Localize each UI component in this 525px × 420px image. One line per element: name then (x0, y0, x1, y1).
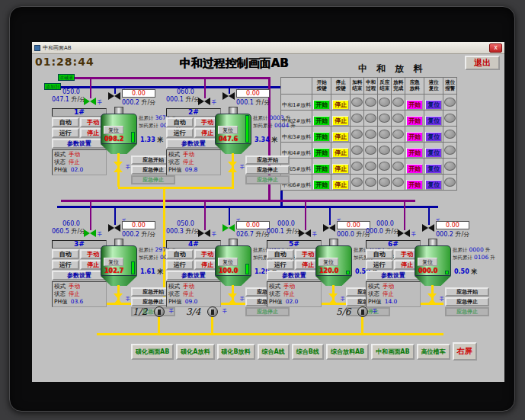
run-button[interactable]: 运行 (166, 128, 194, 138)
emergency-discharge-button[interactable]: 开始 (406, 164, 423, 174)
ph-value: 02.0 (286, 298, 299, 306)
nav-button[interactable]: 中和画面AB (371, 344, 414, 360)
level-text: 1.33 米 (140, 136, 164, 144)
params-button[interactable]: 参数设置 (267, 271, 322, 281)
run-button[interactable]: 运行 (52, 260, 79, 270)
dose-valve-right[interactable] (222, 92, 235, 100)
feed-end-lamp (351, 162, 363, 171)
feed-end-lamp (351, 178, 363, 187)
level-unit: 米 (272, 136, 278, 143)
stop-button[interactable]: 停止 (332, 132, 349, 142)
stop-button[interactable]: 停止 (332, 116, 349, 126)
params-button[interactable]: 参数设置 (52, 139, 107, 149)
tank-reset-button[interactable]: 复位 (418, 258, 437, 266)
nav-button[interactable]: 综合B线 (292, 344, 324, 360)
run-button[interactable]: 运行 (52, 128, 79, 138)
tank-vessel: 复位 102.7 (101, 245, 137, 276)
level-reset-button[interactable]: 复位 (425, 180, 442, 190)
feed-valve-left[interactable] (84, 98, 96, 105)
status-box: 模式手动 状态停止 PH值09.8 (166, 149, 221, 175)
discharge-valve[interactable] (114, 162, 123, 172)
auto-button[interactable]: 自动 (166, 249, 194, 259)
dose-valve-right[interactable] (108, 224, 120, 232)
start-button[interactable]: 开始 (313, 164, 330, 174)
feed-valve-left[interactable] (84, 229, 96, 237)
feed-valve-left[interactable] (398, 229, 410, 237)
pump-icon[interactable] (207, 306, 218, 317)
tank-value: 120.0 (319, 268, 338, 274)
tank-reset-button[interactable]: 复位 (104, 258, 123, 266)
emergency-stop-button[interactable]: 应急停止 (245, 165, 290, 175)
nav-button[interactable]: 磺化B放料 (217, 344, 255, 360)
feed-valve-left[interactable] (198, 229, 210, 237)
dose-actual-value: 000.2 (122, 231, 139, 238)
level-reset-button[interactable]: 复位 (425, 100, 442, 110)
run-button[interactable]: 运行 (366, 260, 393, 270)
params-button[interactable]: 参数设置 (366, 271, 421, 281)
stop-button[interactable]: 停止 (332, 100, 349, 110)
emergency-discharge-button[interactable]: 开始 (406, 132, 423, 142)
stop-button[interactable]: 停止 (332, 180, 349, 190)
stop-button[interactable]: 停止 (332, 148, 349, 158)
emergency-discharge-button[interactable]: 开始 (406, 180, 423, 190)
dose-valve-right[interactable] (108, 92, 120, 100)
discharge-valve[interactable] (228, 293, 237, 304)
dose-valve-right[interactable] (323, 224, 335, 232)
auto-button[interactable]: 自动 (52, 249, 79, 259)
auto-button[interactable]: 自动 (166, 117, 194, 127)
start-button[interactable]: 开始 (313, 132, 330, 142)
emergency-stop-disabled-button[interactable]: 应急停止 (245, 175, 290, 184)
start-button[interactable]: 开始 (313, 148, 330, 158)
params-button[interactable]: 参数设置 (166, 139, 221, 149)
level-reset-button[interactable]: 复位 (425, 116, 442, 126)
tank-reset-button[interactable]: 复位 (218, 258, 238, 266)
level-value: 1.61 (140, 268, 155, 275)
start-button[interactable]: 开始 (313, 180, 330, 190)
nav-button[interactable]: 高位槽车 (417, 344, 450, 360)
emergency-stop-button[interactable]: 应急停止 (445, 297, 489, 306)
window-titlebar: 中和画面AB x (32, 42, 504, 54)
feed-valve-left[interactable] (198, 98, 210, 105)
nav-button[interactable]: 磺化画面AB (131, 344, 174, 360)
auto-button[interactable]: 自动 (52, 117, 79, 127)
nav-button[interactable]: 磺化A放料 (176, 344, 214, 360)
emergency-discharge-button[interactable]: 开始 (406, 148, 423, 158)
pump-icon[interactable] (154, 306, 165, 317)
level-reset-button[interactable]: 复位 (425, 148, 442, 158)
params-button[interactable]: 参数设置 (52, 271, 107, 281)
close-icon[interactable]: x (489, 43, 502, 53)
right-screen-button[interactable]: 右屏 (453, 342, 477, 361)
neutralize-process-lamp (365, 98, 376, 107)
emergency-stop-disabled-button[interactable]: 应急停止 (445, 307, 489, 316)
auto-button[interactable]: 自动 (366, 249, 393, 259)
start-button[interactable]: 开始 (313, 116, 330, 126)
params-button[interactable]: 参数设置 (166, 271, 221, 281)
pump-icon[interactable] (357, 306, 368, 317)
exit-button[interactable]: 退出 (465, 56, 500, 70)
dose-valve-right[interactable] (222, 224, 235, 232)
stop-button[interactable]: 停止 (332, 164, 349, 174)
nav-button[interactable]: 综合放料AB (326, 344, 369, 360)
run-button[interactable]: 运行 (267, 260, 294, 270)
level-reset-button[interactable]: 复位 (425, 164, 442, 174)
emergency-discharge-button[interactable]: 开始 (406, 116, 423, 126)
discharge-valve[interactable] (328, 293, 338, 304)
auto-button[interactable]: 自动 (267, 249, 294, 259)
dose-valve-right[interactable] (422, 224, 434, 232)
discharge-valve[interactable] (114, 293, 123, 304)
nav-button[interactable]: 综合A线 (258, 344, 290, 360)
feed-valve-left[interactable] (299, 229, 311, 237)
emergency-discharge-button[interactable]: 开始 (406, 100, 423, 110)
run-button[interactable]: 运行 (166, 260, 194, 270)
reaction-end-lamp (379, 114, 390, 123)
feed-setpoint: 000.0 (376, 220, 394, 227)
tank-reset-button[interactable]: 复位 (104, 126, 123, 134)
level-reset-button[interactable]: 复位 (425, 132, 442, 142)
tank-reset-button[interactable]: 复位 (218, 126, 238, 134)
discharge-valve[interactable] (228, 162, 237, 172)
start-button[interactable]: 开始 (313, 100, 330, 110)
emergency-start-button[interactable]: 应急开始 (445, 287, 489, 297)
tank-reset-button[interactable]: 复位 (319, 258, 338, 266)
emergency-start-button[interactable]: 应急开始 (245, 155, 290, 165)
discharge-valve[interactable] (427, 293, 437, 304)
